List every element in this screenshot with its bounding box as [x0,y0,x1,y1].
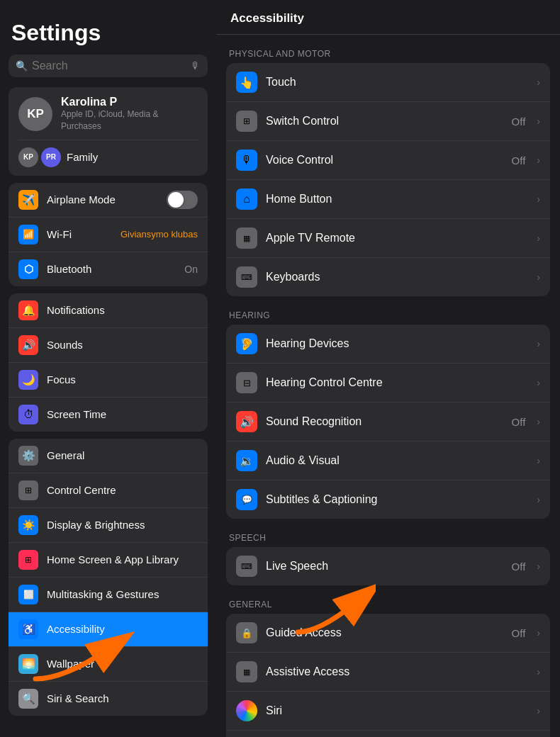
chevron-icon: › [537,627,540,638]
panel-item-siri[interactable]: Siri › [226,692,550,731]
panel-item-home-button[interactable]: ⌂ Home Button › [226,180,550,219]
airplane-mode-label: Airplane Mode [47,193,158,207]
chevron-icon: › [537,455,540,466]
wifi-label: Wi-Fi [47,227,112,242]
chevron-icon: › [537,416,540,427]
main-panel: Accessibility PHYSICAL AND MOTOR 👆 Touch… [216,0,560,737]
wifi-value: Giviansymo klubas [121,229,198,240]
subtitles-label: Subtitles & Captioning [266,493,528,506]
sidebar-item-multitasking[interactable]: ⬜ Multitasking & Gestures [9,578,208,612]
chevron-icon: › [537,271,540,283]
chevron-icon: › [537,338,540,349]
mic-icon: 🎙 [191,60,201,72]
chevron-icon: › [537,77,540,88]
chevron-icon: › [537,666,540,677]
live-speech-label: Live Speech [266,560,503,573]
screen-time-icon: ⏱ [18,405,38,424]
profile-section[interactable]: KP Karolina P Apple ID, iCloud, Media & … [9,87,208,176]
assistive-access-label: Assistive Access [266,665,528,678]
family-label: Family [67,151,98,163]
sidebar-item-airplane-mode[interactable]: ✈️ Airplane Mode [9,183,208,218]
hearing-devices-label: Hearing Devices [266,337,528,350]
panel-item-switch-control[interactable]: ⊞ Switch Control Off › [226,102,550,141]
sidebar-item-sounds[interactable]: 🔊 Sounds [9,328,208,363]
panel-item-guided-access[interactable]: 🔒 Guided Access Off › [226,614,550,653]
panel-item-keyboards[interactable]: ⌨ Keyboards › [226,258,550,296]
panel-item-touch[interactable]: 👆 Touch › [226,63,550,102]
sidebar-item-home-screen[interactable]: ⊞ Home Screen & App Library [9,543,208,578]
avatar: KP [18,97,52,131]
search-bar[interactable]: 🔍 🎙 [9,55,208,77]
section-label-speech: SPEECH [226,533,550,543]
profile-row: KP Karolina P Apple ID, iCloud, Media & … [18,96,198,133]
apple-tv-remote-icon: ▦ [236,227,257,249]
guided-access-label: Guided Access [266,626,503,639]
panel-item-live-speech[interactable]: ⌨ Live Speech Off › [226,547,550,585]
general-group: ⚙️ General ⊞ Control Centre ☀️ Display &… [9,439,208,716]
family-avatar-kp: KP [18,147,38,167]
sidebar-item-general[interactable]: ⚙️ General [9,439,208,473]
sidebar-item-wallpaper[interactable]: 🌅 Wallpaper [9,647,208,682]
sidebar: Settings 🔍 🎙 KP Karolina P Apple ID, iCl… [0,0,216,737]
section-label-general: GENERAL [226,600,550,609]
panel-content: PHYSICAL AND MOTOR 👆 Touch › ⊞ Switch Co… [216,35,560,737]
profile-name: Karolina P [61,96,198,108]
panel-item-hearing-control-centre[interactable]: ⊟ Hearing Control Centre › [226,364,550,403]
panel-item-subtitles[interactable]: 💬 Subtitles & Captioning › [226,480,550,519]
airplane-mode-toggle[interactable] [167,191,198,209]
panel-item-hearing-devices[interactable]: 🦻 Hearing Devices › [226,325,550,364]
search-input[interactable] [32,60,186,72]
hearing-control-centre-icon: ⊟ [236,372,257,393]
live-speech-icon: ⌨ [236,556,257,577]
sounds-icon: 🔊 [18,335,38,355]
panel-item-assistive-access[interactable]: ▦ Assistive Access › [226,653,550,692]
sound-recognition-value: Off [512,416,526,428]
accessibility-label: Accessibility [47,622,198,636]
control-centre-icon: ⊞ [18,480,38,500]
focus-label: Focus [47,373,198,387]
family-row[interactable]: KP PR Family [18,140,198,167]
home-button-icon: ⌂ [236,189,257,210]
focus-icon: 🌙 [18,370,38,390]
connectivity-group: ✈️ Airplane Mode 📶 Wi-Fi Giviansymo klub… [9,183,208,286]
voice-control-value: Off [512,154,526,167]
panel-item-voice-control[interactable]: 🎙 Voice Control Off › [226,141,550,180]
sidebar-item-bluetooth[interactable]: ⬡ Bluetooth On [9,252,208,286]
panel-item-apple-tv-remote[interactable]: ▦ Apple TV Remote › [226,219,550,258]
guided-access-value: Off [512,627,526,639]
home-screen-icon: ⊞ [18,550,38,570]
family-avatars: KP PR [18,147,61,167]
guided-access-icon: 🔒 [236,622,257,643]
chevron-icon: › [537,116,540,127]
panel-item-accessibility-shortcut[interactable]: ♿ Accessibility Shortcut Off › [226,731,550,737]
display-brightness-label: Display & Brightness [47,518,198,532]
sounds-label: Sounds [47,338,198,352]
siri-search-icon: 🔍 [18,689,38,709]
home-button-label: Home Button [266,193,528,206]
sidebar-item-accessibility[interactable]: ♿ Accessibility [9,612,208,647]
touch-icon: 👆 [236,72,257,93]
sidebar-item-screen-time[interactable]: ⏱ Screen Time [9,398,208,432]
voice-control-icon: 🎙 [236,150,257,171]
sidebar-item-focus[interactable]: 🌙 Focus [9,363,208,398]
notification-group: 🔔 Notifications 🔊 Sounds 🌙 Focus ⏱ Scree… [9,293,208,432]
sidebar-item-notifications[interactable]: 🔔 Notifications [9,293,208,328]
subtitles-icon: 💬 [236,489,257,510]
wallpaper-icon: 🌅 [18,654,38,674]
siri-label: Siri [266,704,528,717]
assistive-access-icon: ▦ [236,661,257,682]
sidebar-item-display-brightness[interactable]: ☀️ Display & Brightness [9,508,208,543]
sidebar-item-wifi[interactable]: 📶 Wi-Fi Giviansymo klubas [9,218,208,252]
home-screen-label: Home Screen & App Library [47,553,198,567]
sidebar-item-siri-search[interactable]: 🔍 Siri & Search [9,682,208,716]
chevron-icon: › [537,494,540,505]
bluetooth-label: Bluetooth [47,262,176,276]
sidebar-item-control-centre[interactable]: ⊞ Control Centre [9,473,208,508]
panel-item-audio-visual[interactable]: 🔉 Audio & Visual › [226,441,550,480]
hearing-control-centre-label: Hearing Control Centre [266,376,528,389]
general-icon: ⚙️ [18,446,38,466]
panel-item-sound-recognition[interactable]: 🔊 Sound Recognition Off › [226,403,550,441]
control-centre-label: Control Centre [47,483,198,497]
switch-control-icon: ⊞ [236,111,257,132]
bluetooth-icon: ⬡ [18,259,38,279]
